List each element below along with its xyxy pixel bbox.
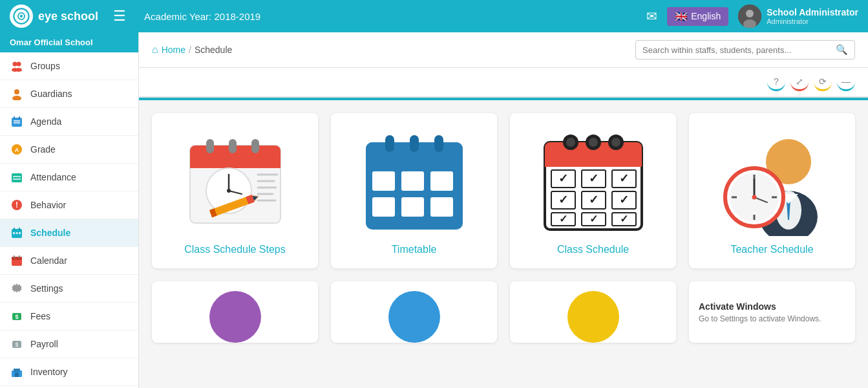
sidebar-schedule-label: Schedule xyxy=(30,228,70,238)
sidebar-inventory-label: Inventory xyxy=(30,367,68,377)
sidebar-item-schedule[interactable]: Schedule xyxy=(0,219,138,247)
sidebar-behavior-label: Behavior xyxy=(30,200,66,210)
email-icon[interactable]: ✉ xyxy=(646,8,657,24)
school-name-badge: Omar Official School xyxy=(0,32,138,52)
sidebar-item-attendance[interactable]: Attendance xyxy=(0,164,138,191)
flag-icon: 🇬🇧 xyxy=(675,10,688,23)
behavior-icon: ! xyxy=(10,198,24,212)
search-input[interactable] xyxy=(642,45,836,55)
card-teacher-schedule[interactable]: Teacher Schedule xyxy=(689,113,855,268)
svg-text:✓: ✓ xyxy=(589,213,597,224)
grade-icon: A xyxy=(10,142,24,156)
avatar xyxy=(738,5,761,28)
svg-rect-50 xyxy=(229,139,237,153)
svg-point-120 xyxy=(752,195,756,200)
cards-grid: Class Schedule Steps xyxy=(152,113,855,268)
svg-text:A: A xyxy=(15,147,19,153)
search-icon[interactable]: 🔍 xyxy=(836,44,848,56)
teacher-schedule-label: Teacher Schedule xyxy=(730,244,813,255)
help-button[interactable]: ? xyxy=(767,73,785,91)
svg-rect-29 xyxy=(19,232,21,234)
groups-icon xyxy=(10,59,24,73)
inventory-icon xyxy=(10,365,24,379)
svg-rect-51 xyxy=(251,139,259,153)
svg-rect-32 xyxy=(14,255,15,258)
attendance-icon xyxy=(10,170,24,184)
svg-rect-48 xyxy=(190,158,281,168)
sidebar-item-behavior[interactable]: ! Behavior xyxy=(0,191,138,219)
svg-rect-26 xyxy=(19,228,20,230)
card-bottom-2[interactable] xyxy=(331,281,497,343)
svg-point-4 xyxy=(746,10,754,17)
logo[interactable]: eye school xyxy=(10,5,98,28)
cards-section: Class Schedule Steps xyxy=(139,100,868,356)
main-content: ⌂ Home / Schedule 🔍 ? ⤢ ⟳ — xyxy=(139,32,868,388)
timetable-icon xyxy=(356,126,472,236)
breadcrumb-bar: ⌂ Home / Schedule 🔍 xyxy=(139,32,868,68)
card-timetable[interactable]: Timetable xyxy=(331,113,497,268)
svg-text:!: ! xyxy=(16,200,18,210)
sidebar-item-inventory[interactable]: Inventory xyxy=(0,358,138,386)
svg-text:✓: ✓ xyxy=(588,193,598,206)
expand-button[interactable]: ⤢ xyxy=(790,73,809,91)
language-label: English xyxy=(691,11,721,21)
logo-text: eye school xyxy=(38,10,98,23)
sidebar-item-agenda[interactable]: Agenda xyxy=(0,108,138,136)
svg-rect-27 xyxy=(13,232,15,234)
activate-windows-text: Go to Settings to activate Windows. xyxy=(699,314,845,323)
fees-icon: $ xyxy=(10,309,24,323)
svg-point-10 xyxy=(14,89,19,94)
svg-rect-33 xyxy=(19,255,20,258)
sidebar-item-guardians[interactable]: Guardians xyxy=(0,80,138,108)
close-button[interactable]: — xyxy=(837,73,855,91)
sidebar-item-groups[interactable]: Groups xyxy=(0,52,138,80)
class-schedule-steps-icon xyxy=(177,126,293,236)
svg-point-87 xyxy=(611,138,620,147)
sidebar-item-payroll[interactable]: $ Payroll xyxy=(0,330,138,358)
bottom-card-3-icon xyxy=(567,291,619,343)
sidebar-agenda-label: Agenda xyxy=(30,116,61,127)
svg-rect-31 xyxy=(12,257,22,260)
content-toolbar: ? ⤢ ⟳ — xyxy=(139,68,868,98)
svg-point-83 xyxy=(566,138,575,147)
card-bottom-1[interactable] xyxy=(152,281,318,343)
refresh-button[interactable]: ⟳ xyxy=(814,73,832,91)
card-class-schedule[interactable]: ✓ ✓ ✓ ✓ ✓ ✓ ✓ xyxy=(510,113,676,268)
sidebar-item-settings[interactable]: Settings xyxy=(0,275,138,303)
card-bottom-3[interactable] xyxy=(510,281,676,343)
sidebar-item-fees[interactable]: $ Fees xyxy=(0,303,138,330)
sidebar-payroll-label: Payroll xyxy=(30,339,58,349)
sidebar-item-grade[interactable]: A Grade xyxy=(0,136,138,164)
hamburger-menu[interactable]: ☰ xyxy=(108,8,131,25)
timetable-label: Timetable xyxy=(392,244,437,255)
svg-rect-40 xyxy=(14,369,20,372)
activate-windows-title: Activate Windows xyxy=(699,301,845,312)
svg-rect-69 xyxy=(366,158,463,168)
user-menu[interactable]: School Administrator Administrator xyxy=(738,5,858,28)
class-schedule-icon: ✓ ✓ ✓ ✓ ✓ ✓ ✓ xyxy=(535,126,651,236)
guardians-icon xyxy=(10,87,24,101)
svg-rect-71 xyxy=(410,135,419,152)
breadcrumb: ⌂ Home / Schedule xyxy=(152,44,232,56)
language-button[interactable]: 🇬🇧 English xyxy=(667,7,728,26)
sidebar-attendance-label: Attendance xyxy=(30,172,76,182)
svg-rect-16 xyxy=(19,116,20,119)
breadcrumb-home-link[interactable]: Home xyxy=(162,45,185,55)
breadcrumb-current: Schedule xyxy=(195,45,232,55)
svg-rect-73 xyxy=(372,171,395,191)
user-info: School Administrator Administrator xyxy=(767,7,858,25)
class-schedule-steps-label: Class Schedule Steps xyxy=(184,244,286,255)
svg-rect-15 xyxy=(14,116,15,119)
sidebar-item-calendar[interactable]: Calendar xyxy=(0,247,138,275)
svg-point-11 xyxy=(12,96,21,100)
svg-rect-49 xyxy=(206,139,214,153)
class-schedule-label: Class Schedule xyxy=(557,244,629,255)
settings-icon xyxy=(10,281,24,296)
sidebar: Omar Official School Groups Guardians Ag… xyxy=(0,32,139,388)
svg-rect-70 xyxy=(385,135,394,152)
user-name: School Administrator xyxy=(767,7,858,17)
card-class-schedule-steps[interactable]: Class Schedule Steps xyxy=(152,113,318,268)
svg-rect-12 xyxy=(12,118,22,127)
svg-rect-78 xyxy=(430,197,453,217)
svg-rect-19 xyxy=(12,173,22,182)
